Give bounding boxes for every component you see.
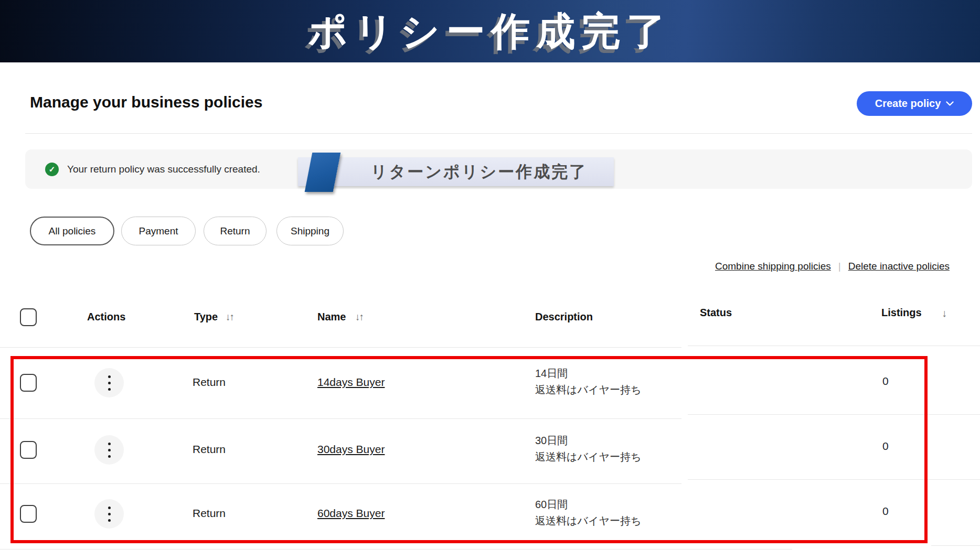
description-line-2: 返送料はバイヤー持ち <box>535 382 641 398</box>
policy-name-link[interactable]: 30days Buyer <box>317 443 385 456</box>
chevron-down-icon <box>946 101 954 106</box>
combine-shipping-policies-link[interactable]: Combine shipping policies <box>715 261 831 272</box>
description-line-2: 返送料はバイヤー持ち <box>535 449 641 465</box>
policy-description-cell: 14日間 返送料はバイヤー持ち <box>535 365 641 398</box>
row-checkbox[interactable] <box>20 505 37 523</box>
table-bottom-divider <box>0 549 792 550</box>
right-panel-bottom-divider <box>931 545 980 546</box>
callout-annotation: リターンポリシー作成完了 <box>298 157 614 186</box>
row-actions-menu-button[interactable] <box>94 435 124 465</box>
success-check-icon: ✓ <box>45 163 59 176</box>
kebab-menu-icon <box>108 443 111 458</box>
tutorial-title: ポリシー作成完了 <box>308 12 672 51</box>
table-header-divider <box>0 347 681 348</box>
right-panel-row-divider <box>688 479 980 480</box>
delete-inactive-policies-link[interactable]: Delete inactive policies <box>848 261 950 272</box>
listings-count: 0 <box>882 375 889 387</box>
description-line-1: 30日間 <box>535 433 641 449</box>
policy-name-link[interactable]: 14days Buyer <box>317 376 385 389</box>
annotation-highlight-box <box>10 356 928 543</box>
page: ポリシー作成完了 Manage your business policies C… <box>0 0 980 560</box>
filter-pill-shipping[interactable]: Shipping <box>276 217 344 245</box>
sort-updown-icon[interactable]: ↓↑ <box>355 311 363 323</box>
policy-type-cell: Return <box>193 443 226 456</box>
link-separator: | <box>838 261 841 272</box>
kebab-menu-icon <box>108 375 111 391</box>
create-policy-label: Create policy <box>875 98 941 110</box>
column-header-name[interactable]: Name <box>317 311 346 323</box>
heading-divider <box>25 133 972 134</box>
create-policy-button[interactable]: Create policy <box>857 91 972 116</box>
policy-type-cell: Return <box>193 376 226 389</box>
callout-label: リターンポリシー作成完了 <box>371 161 587 183</box>
listings-count: 0 <box>882 440 889 453</box>
policy-name-link[interactable]: 60days Buyer <box>317 507 385 520</box>
description-line-1: 14日間 <box>535 365 641 382</box>
row-actions-menu-button[interactable] <box>94 368 124 397</box>
column-header-description: Description <box>535 311 593 323</box>
column-header-actions: Actions <box>87 311 125 323</box>
row-actions-menu-button[interactable] <box>94 499 124 529</box>
description-line-1: 60日間 <box>535 497 641 513</box>
right-panel-header-divider <box>688 346 980 346</box>
success-message: Your return policy was successfully crea… <box>67 164 260 175</box>
row-checkbox[interactable] <box>20 374 37 392</box>
column-header-status: Status <box>700 307 732 319</box>
row-divider <box>0 483 681 484</box>
listings-count: 0 <box>882 505 889 518</box>
policy-type-cell: Return <box>193 507 226 520</box>
policy-description-cell: 30日間 返送料はバイヤー持ち <box>535 433 641 465</box>
filter-pill-all-policies[interactable]: All policies <box>30 217 114 245</box>
column-header-type[interactable]: Type <box>194 311 218 323</box>
page-title: Manage your business policies <box>30 93 262 111</box>
row-checkbox[interactable] <box>20 441 37 459</box>
description-line-2: 返送料はバイヤー持ち <box>535 513 641 529</box>
sort-updown-icon[interactable]: ↓↑ <box>226 311 233 323</box>
tutorial-title-banner: ポリシー作成完了 <box>0 0 980 62</box>
table-links: Combine shipping policies | Delete inact… <box>715 261 980 272</box>
kebab-menu-icon <box>108 507 111 522</box>
sort-down-icon[interactable]: ↓ <box>942 307 947 319</box>
filter-pill-payment[interactable]: Payment <box>121 217 196 245</box>
policy-description-cell: 60日間 返送料はバイヤー持ち <box>535 497 641 529</box>
row-divider <box>0 418 681 419</box>
filter-pill-return[interactable]: Return <box>204 217 267 245</box>
right-panel-row-divider <box>688 414 980 415</box>
select-all-checkbox[interactable] <box>20 308 37 326</box>
column-header-listings[interactable]: Listings <box>881 307 922 319</box>
